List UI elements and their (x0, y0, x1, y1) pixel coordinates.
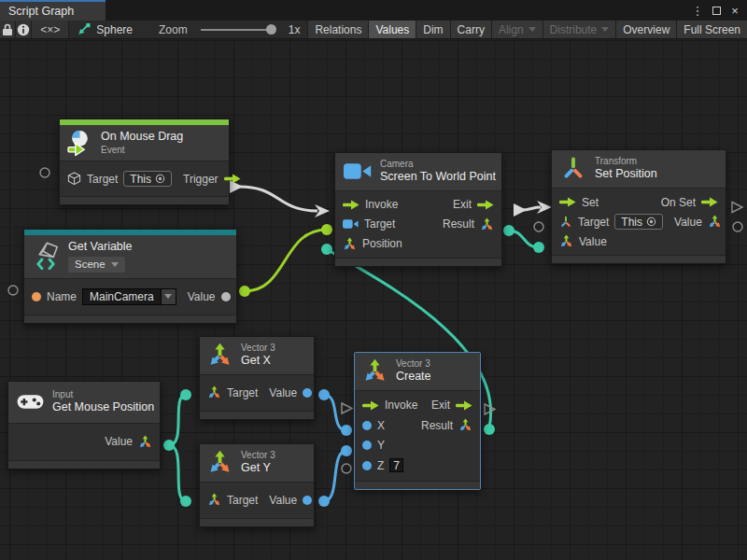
port-value-icon[interactable] (303, 496, 312, 505)
cube-icon[interactable] (67, 172, 81, 186)
node-on-mouse-drag[interactable]: On Mouse Drag Event Target This Trigger (59, 119, 230, 205)
tab-script-graph[interactable]: Script Graph (0, 0, 106, 21)
zoom-slider-handle[interactable] (266, 24, 276, 35)
vector3-icon[interactable] (559, 234, 573, 248)
toolbar-buttons: Relations Values Dim Carry Align Distrib… (308, 21, 747, 38)
close-icon[interactable]: × (728, 4, 741, 17)
code-view-button[interactable]: <×> (32, 21, 69, 38)
target-label: Target (227, 386, 258, 399)
script-graph-window: Script Graph ⋮ × <×> Sphere Zoom 1x (0, 0, 747, 560)
zoom-value: 1x (289, 23, 301, 36)
target-label: Target (87, 173, 118, 186)
vector3-icon[interactable] (458, 418, 472, 432)
target-label: Target (227, 494, 258, 507)
variable-scope-dropdown[interactable]: Scene (68, 257, 125, 273)
node-get-variable[interactable]: Get Variable Scene Name MainCamera Value (23, 229, 237, 324)
node-footer (335, 258, 501, 266)
node-get-mouse-position[interactable]: Input Get Mouse Position Value (7, 381, 161, 469)
graph-owner-label: Sphere (96, 23, 133, 36)
lock-icon (2, 23, 13, 36)
trigger-label: Trigger (183, 173, 218, 186)
exit-label: Exit (453, 198, 472, 211)
node-footer (200, 518, 314, 526)
title-bar: Script Graph ⋮ × (0, 0, 747, 21)
carry-button[interactable]: Carry (451, 21, 492, 38)
variable-name-select[interactable]: MainCamera (82, 288, 176, 305)
vector3-icon[interactable] (207, 385, 221, 399)
relations-button[interactable]: Relations (308, 21, 369, 38)
node-screen-to-world-point[interactable]: Camera Screen To World Point Invoke Exit… (334, 152, 502, 267)
port-y-icon[interactable] (362, 441, 372, 450)
z-value-field[interactable]: 7 (389, 458, 403, 472)
vector3-icon[interactable] (480, 217, 494, 231)
node-get-x[interactable]: Vector 3 Get X Target Value (199, 336, 315, 420)
node-footer (355, 481, 480, 489)
flow-arrow-icon[interactable] (362, 400, 379, 411)
target-label: Target (578, 216, 609, 229)
port-x-icon[interactable] (362, 421, 372, 430)
overview-button[interactable]: Overview (616, 21, 677, 38)
flow-arrow-icon[interactable] (343, 200, 359, 210)
name-label: Name (47, 290, 77, 303)
zoom-slider[interactable] (201, 29, 274, 31)
result-label: Result (443, 217, 474, 231)
node-footer (552, 255, 726, 263)
vector3-icon[interactable] (708, 215, 722, 229)
position-label: Position (362, 237, 402, 250)
node-footer (24, 315, 236, 323)
node-title: Set Position (595, 167, 657, 182)
port-name-icon[interactable] (32, 292, 41, 301)
camera-icon[interactable] (343, 218, 359, 230)
info-icon (17, 23, 30, 36)
invoke-label: Invoke (385, 399, 417, 412)
flow-arrow-icon[interactable] (456, 400, 472, 411)
node-footer (60, 196, 229, 204)
node-title: On Mouse Drag (101, 130, 183, 145)
window-controls: ⋮ × (691, 0, 747, 21)
window-menu-icon[interactable]: ⋮ (691, 4, 704, 17)
vector3-icon[interactable] (138, 435, 152, 449)
node-category: Camera (380, 159, 496, 170)
flow-arrow-icon[interactable] (224, 174, 241, 184)
set-label: Set (582, 196, 599, 209)
vector3-icon[interactable] (207, 493, 221, 507)
distribute-button[interactable]: Distribute (543, 21, 617, 38)
node-create-vector3[interactable]: Vector 3 Create Invoke Exit X Result (354, 352, 481, 490)
result-label: Result (421, 419, 453, 432)
lock-button[interactable] (0, 21, 16, 38)
value-label: Value (269, 386, 297, 399)
x-label: X (377, 419, 385, 432)
info-button[interactable] (16, 21, 32, 38)
this-target-icon (646, 217, 656, 227)
transform-icon[interactable] (559, 216, 572, 229)
flow-arrow-icon[interactable] (477, 200, 494, 210)
value-label: Value (269, 494, 297, 507)
chevron-down-icon (164, 294, 172, 299)
this-target-pill[interactable]: This (123, 171, 172, 187)
node-set-position[interactable]: Transform Set Position Set On Set Target… (551, 149, 726, 264)
node-title: Get Mouse Position (52, 400, 154, 415)
node-category: Input (52, 389, 154, 400)
vector3-icon[interactable] (343, 237, 357, 251)
dim-button[interactable]: Dim (416, 21, 450, 38)
flow-arrow-icon[interactable] (559, 197, 576, 207)
value-in-label: Value (579, 235, 607, 248)
node-footer (8, 460, 160, 469)
port-value-icon[interactable] (303, 388, 312, 398)
chevron-down-icon (529, 27, 536, 32)
align-button[interactable]: Align (492, 21, 543, 38)
maximize-icon[interactable] (710, 4, 723, 17)
values-button[interactable]: Values (369, 21, 416, 38)
port-value-icon[interactable] (221, 292, 231, 301)
flow-arrow-icon[interactable] (701, 197, 718, 207)
port-z-icon[interactable] (362, 461, 372, 470)
graph-toolbar: <×> Sphere Zoom 1x Relations Values Dim … (0, 21, 747, 39)
full-screen-button[interactable]: Full Screen (677, 21, 747, 38)
invoke-label: Invoke (365, 198, 398, 211)
vector3-icon (207, 343, 233, 368)
node-title: Create (396, 370, 431, 385)
node-get-y[interactable]: Vector 3 Get Y Target Value (199, 443, 315, 527)
node-category: Vector 3 (241, 450, 275, 461)
target-label: Target (364, 217, 395, 231)
this-target-pill[interactable]: This (614, 214, 663, 230)
